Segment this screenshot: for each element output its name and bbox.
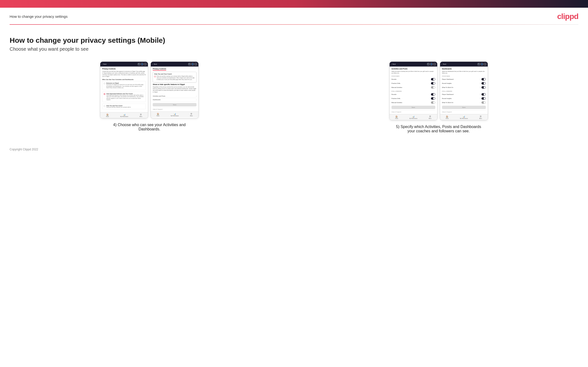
nav-menu-label-4: Menu [479,118,482,119]
followers-rounds: Rounds [391,93,435,96]
db-followers-player-toggle [482,93,486,96]
screen2-back-label: Back [154,63,157,65]
radio-coach-only [104,105,105,107]
screenshots-row: ‹ Back 🔍 👤 ⚙ Privacy Controls Control ho… [10,61,578,133]
nav-performance: 📊 My Performance [120,113,128,117]
db-followers-player-label: Player Dashboard [442,94,454,95]
profile-icon-4: 👤 [481,63,483,65]
screen3-title: Activities and Posts [391,68,435,70]
screen3-content: Activities and Posts Select the types of… [389,67,437,114]
screen3-back-label: Back [392,63,396,65]
popup-box: Only You and Your Coach Only you and the… [153,72,197,82]
nav-performance-label-3: My Performance [410,118,417,119]
step5-group: ‹ Back 🔍 👤 ⚙ Activities and Posts Select… [299,61,579,133]
screen1-back: ‹ Back [102,63,106,65]
db-coaches-player-label: Player Dashboard [442,79,454,80]
radio-approved [104,93,105,95]
menu-activities: Activities and Posts › [153,94,197,98]
screen1-back-label: Back [104,63,106,65]
db-followers-insights-toggle [482,97,486,100]
menu-activities-label: Activities and Posts [153,95,165,97]
nav-menu-3: ☰ Menu [429,115,432,119]
nav-performance-label: My Performance [120,116,128,117]
profile-icon-2: 👤 [191,63,194,65]
performance-icon: 📊 [123,113,126,116]
nav-performance-label-2: My Performance [171,115,179,117]
screen4: ‹ Back 🔍 👤 ⚙ Dashboards Select the dashb… [440,61,488,120]
performance-icon-3: 📊 [412,115,415,118]
option-everyone: Everyone on Clippd Everyone on Clippd ca… [102,81,146,90]
page-title: How to change your privacy settings (Mob… [10,36,578,44]
db-coaches-workOn: What To Work On [442,86,486,89]
nav-home-label: Home [106,116,109,117]
db-followers-insights-label: Round Insights [442,98,452,99]
db-coaches-player-toggle [482,78,486,80]
screen2-nav-icons: 🔍 👤 ⚙ [188,63,197,65]
home-icon-3: 🏠 [395,115,398,118]
step4-group: ‹ Back 🔍 👤 ⚙ Privacy Controls Control ho… [10,61,289,131]
nav-performance-label-4: My Performance [460,118,468,119]
screen4-nav-icons: 🔍 👤 ⚙ [478,63,486,65]
popup-radio-row: Only you and the coaches you connect wit… [154,75,195,80]
step5-screens: ‹ Back 🔍 👤 ⚙ Activities and Posts Select… [299,61,579,120]
screen3-body: Select the types of activity that you'd … [391,71,435,74]
followers-drills-toggle [431,97,435,100]
followers-rounds-toggle [431,93,435,96]
popup-radio [154,76,156,77]
menu-dashboards: Dashboards › [153,98,197,102]
screen1-body: Control how you and your data appears to… [102,71,146,77]
screen1-title: Privacy Controls [102,68,146,70]
coaches-manual-label: Manual Activities [391,87,402,88]
followers-manual: Manual Activities [391,101,435,104]
followers-manual-label: Manual Activities [391,102,402,103]
option-coach-only: Only You and Your Coach Only you and the… [102,103,146,109]
radio-everyone [104,83,105,84]
save-btn-screen2: Save [153,103,197,106]
db-followers-workOn-label: What To Work On [442,102,453,103]
main-content: How to change your privacy settings (Mob… [0,25,588,143]
screen3: ‹ Back 🔍 👤 ⚙ Activities and Posts Select… [389,61,437,120]
screen2-content: Privacy Controls Only You and Your Coach… [151,67,199,111]
db-coaches-workOn-label: What To Work On [442,87,453,88]
profile-icon-3: 👤 [430,63,433,65]
followers-header: FOLLOWERS [391,91,435,92]
chevron-dashboards: › [196,99,197,100]
performance-icon-4: 📊 [463,115,465,118]
home-icon-2: 🏠 [157,113,159,115]
coaches-drills: Practice Drills [391,82,435,85]
settings-icon-3: ⚙ [433,63,436,65]
settings-icon-4: ⚙ [484,63,486,65]
nav-performance-3: 📊 My Performance [410,115,417,119]
nav-menu: ☰ Menu [139,113,142,117]
followers-drills-label: Practice Drills [391,98,400,99]
coaches-manual-toggle [431,86,435,89]
coaches-rounds-label: Rounds [391,79,397,80]
step5-caption: 5) Specify which Activities, Posts and D… [395,125,482,133]
screen2-section-title: Show or hide specific features in Clippd [153,83,197,85]
save-btn-screen3: Save [391,106,435,109]
search-icon-2: 🔍 [188,63,191,65]
home-icon: 🏠 [106,113,109,116]
option-everyone-desc: Everyone on Clippd can search for you an… [106,84,145,89]
screen4-content: Dashboards Select the dashboards that yo… [440,67,488,114]
menu-icon-3: ☰ [429,115,431,118]
popup-text: Only you and the coaches you connect wit… [156,75,195,80]
help-support-screen4: Help & Support [442,110,486,113]
option-coach-only-desc: Only you and the coaches you connect wit… [106,106,131,108]
settings-icon: ⚙ [144,63,147,65]
nav-home-3: 🏠 Home [395,115,398,119]
coaches-manual: Manual Activities [391,86,435,89]
settings-icon-2: ⚙ [195,63,197,65]
db-coaches-header: COACHES [442,75,486,77]
nav-performance-2: 📊 My Performance [171,113,179,117]
nav-menu-label-3: Menu [429,118,432,119]
copyright: Copyright Clippd 2022 [10,148,38,151]
screen1: ‹ Back 🔍 👤 ⚙ Privacy Controls Control ho… [100,61,148,118]
footer: Copyright Clippd 2022 [0,143,588,156]
menu-icon: ☰ [140,113,142,116]
screen1-nav-icons: 🔍 👤 ⚙ [138,63,147,65]
step4-screens: ‹ Back 🔍 👤 ⚙ Privacy Controls Control ho… [10,61,289,118]
nav-performance-4: 📊 My Performance [460,115,468,119]
performance-icon-2: 📊 [174,113,176,115]
coaches-drills-toggle [431,82,435,84]
